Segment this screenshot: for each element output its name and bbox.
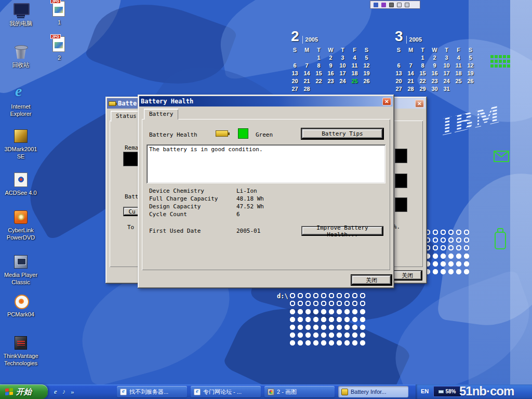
close-button[interactable]: 关闭 [392,270,422,281]
calendar-day-header: T [341,47,344,53]
improve-battery-health-button[interactable]: Improve Battery Health... [301,226,383,236]
desktop-icon-pcmark[interactable]: PCMark04 [1,293,41,318]
drive-label: d:\ [277,292,288,300]
tray-icon[interactable] [389,3,394,7]
calendar-day: 1 [317,55,320,61]
calendar-day: 18 [351,70,357,76]
tray-icon[interactable] [397,3,402,7]
calendar-day-header: M [304,47,309,53]
close-icon[interactable]: ✕ [382,98,391,105]
calendar-day: 2 [329,55,332,61]
calendar-day: 18 [455,70,461,76]
desktop-icon-powerdvd[interactable]: CyberLink PowerDVD [1,209,41,242]
language-indicator[interactable]: EN [421,388,429,394]
tray-icon[interactable] [381,3,386,7]
desktop-icon-recycle-bin[interactable]: 回收站 [1,44,41,69]
calendar-day: 10 [339,62,345,69]
chevron-icon[interactable]: » [71,388,74,396]
desktop-icon-thinkvantage[interactable]: ThinkVantage Technologies [1,335,41,367]
floating-tray-toolbar[interactable] [370,1,420,9]
calendar-day: 20 [395,78,402,84]
calendar-day: 21 [303,78,310,84]
field-value: 2005-01 [236,228,260,234]
desktop-icon-acdsee[interactable]: ACDSee 4.0 [1,171,41,197]
task-button-label: 专门网论坛 - ... [203,388,242,396]
calendar-day-header: S [293,47,297,53]
desktop-icon-label: Internet Explorer [1,103,41,118]
task-button-forum[interactable]: 专门网论坛 - ... [191,386,261,397]
calendar-day: 11 [352,62,358,69]
calendar-day: 4 [353,55,356,61]
calendar-day-header: T [445,47,448,53]
calendar-day: 10 [443,62,449,69]
condition-textbox[interactable]: The battery is in good condition. [147,144,385,183]
media-quicklaunch-icon[interactable]: ♪ [62,388,66,396]
ie-page-icon [194,389,201,395]
thinkvantage-icon [12,335,30,351]
watermark: 51nb·com [459,384,514,398]
tray-icon[interactable] [405,3,409,7]
calendar-day: 17 [339,70,345,76]
tray-icon[interactable] [374,3,378,7]
calendar-grid: SMTWTFS123456789101112131415161718192021… [289,47,376,92]
field-value: Li-Ion [236,188,257,194]
calendar-day: 3 [445,55,448,61]
calendar-day: 3 [341,55,344,61]
calendar-day-header: M [408,47,413,53]
calendar-day: 15 [315,70,322,76]
desktop-icon-label: 2 [43,55,76,62]
calendar-day: 9 [433,62,436,69]
calendar-day: 22 [315,78,322,84]
calendar-day: 23 [327,78,334,84]
task-button-server-not-found[interactable]: 找不到服务器... [117,386,187,397]
start-label: 开始 [16,387,32,397]
calendar-year: 2005 [406,36,422,44]
task-button-label: Battery Infor... [351,389,386,395]
calendar-day: 11 [456,62,462,69]
calendar-day: 12 [467,62,473,69]
desktop-icon-internet-explorer[interactable]: Internet Explorer [1,85,41,118]
task-button-paint[interactable]: 2 - 画图 [264,386,335,397]
desktop-icon-my-computer[interactable]: 我的电脑 [1,2,41,28]
task-button-battery-information[interactable]: Battery Infor... [338,386,408,397]
calendar-day-header: T [317,47,321,53]
jpg-badge: JPG [50,34,61,39]
desktop-icon-label: 回收站 [1,62,41,69]
calendar-day: 31 [443,86,449,92]
jpg-file-icon: JPG [50,36,68,53]
calendar-day: 5 [469,55,472,61]
calendar-day: 13 [291,70,298,76]
close-icon[interactable]: ✕ [415,100,424,108]
close-button[interactable]: 关闭 [351,275,392,285]
battery-meter[interactable]: 58% [433,386,461,397]
ie-quicklaunch-icon[interactable]: e [54,388,57,396]
calendar-day-header: W [432,47,437,53]
tab-status[interactable]: Status [111,111,142,122]
start-button[interactable]: 开始 [0,384,48,399]
dots-pattern [424,229,472,252]
calendar-day: 16 [431,70,437,76]
desktop-icon-3dmark[interactable]: 3DMark2001 SE [1,128,41,161]
tab-battery[interactable]: Battery [144,109,178,119]
gauge-display [395,149,407,163]
field-label: First Used Date [149,228,201,234]
desktop-icon-label: 我的电脑 [1,20,41,28]
dots-pattern [289,292,368,308]
my-computer-icon [12,2,30,19]
title-bar[interactable]: Battery Health ✕ [139,96,393,107]
taskbar: 开始 e ♪ » 找不到服务器... 专门网论坛 - ... 2 - 画图 Ba… [0,384,532,399]
desktop-icon-media-player-classic[interactable]: Media Player Classic [1,254,41,286]
desktop-file-2[interactable]: JPG 2 [43,36,76,62]
calendar-day: 15 [419,70,425,76]
battery-tips-button[interactable]: Battery Tips [301,128,383,139]
calendar-day: 25 [351,78,357,84]
wallpaper-leaf [84,0,238,104]
calendar-day: 23 [431,78,437,84]
calendar-day: 27 [291,86,298,92]
calendar-day: 20 [291,78,298,84]
task-button-label: 2 - 画图 [277,388,297,396]
quick-launch: e ♪ » [50,384,78,399]
gauge-display [123,152,139,166]
desktop-file-1[interactable]: JPG 1 [43,1,76,26]
calendar-day: 21 [407,78,414,84]
